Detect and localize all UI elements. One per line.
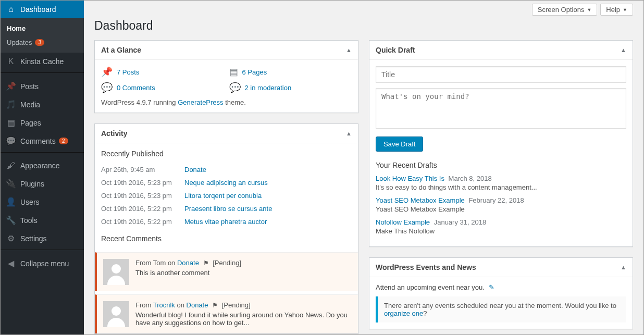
- post-link[interactable]: Metus vitae pharetra auctor: [184, 218, 267, 226]
- sidebar-item-posts[interactable]: 📌 Posts: [1, 77, 84, 95]
- sidebar-item-label: Posts: [20, 82, 39, 91]
- pending-comment[interactable]: From Tom on Donate ⚑ [Pending] This is a…: [95, 252, 358, 291]
- sidebar-item-tools[interactable]: 🔧 Tools: [1, 211, 84, 229]
- save-draft-button[interactable]: Save Draft: [376, 137, 423, 152]
- sidebar-item-comments[interactable]: 💬 Comments 2: [1, 132, 84, 150]
- box-title: WordPress Events and News: [376, 263, 476, 271]
- page-icon: ▤: [6, 118, 16, 128]
- post-link[interactable]: Neque adipiscing an cursus: [184, 179, 268, 187]
- box-title: Activity: [101, 129, 128, 138]
- glance-moderation[interactable]: 💬 2 in moderation: [229, 82, 352, 93]
- post-link[interactable]: Donate: [184, 166, 206, 173]
- sidebar-item-label: Kinsta Cache: [20, 57, 64, 66]
- post-link[interactable]: Litora torqent per conubia: [184, 192, 262, 200]
- avatar: [103, 301, 129, 327]
- sidebar-item-label: Comments: [20, 137, 56, 145]
- sidebar-item-settings[interactable]: ⚙ Settings: [1, 229, 84, 247]
- pin-icon: 📌: [6, 81, 16, 91]
- screen-options-button[interactable]: Screen Options ▼: [532, 4, 598, 16]
- toggle-icon[interactable]: ▲: [346, 47, 352, 53]
- glance-pages[interactable]: ▤ 6 Pages: [229, 66, 352, 78]
- sidebar-item-appearance[interactable]: 🖌 Appearance: [1, 157, 84, 175]
- recent-comments-heading: Recent Comments: [95, 234, 358, 247]
- page-title: Dashboard: [94, 19, 633, 33]
- comment-post-link[interactable]: Donate: [187, 301, 208, 309]
- sidebar-item-plugins[interactable]: 🔌 Plugins: [1, 175, 84, 193]
- organize-link[interactable]: organize one: [384, 309, 423, 317]
- draft-link[interactable]: Yoast SEO Metabox Example: [376, 196, 465, 204]
- sidebar-sub-home[interactable]: Home: [1, 21, 84, 35]
- help-button[interactable]: Help ▼: [600, 4, 633, 16]
- flag-icon: ⚑: [212, 302, 218, 309]
- sidebar-item-label: Media: [20, 101, 40, 109]
- pin-icon: 📌: [101, 66, 113, 78]
- page-icon: ▤: [229, 66, 238, 78]
- pending-comment[interactable]: From Trocrilk on Donate ⚑ [Pending] Wond…: [95, 294, 358, 333]
- updates-badge: 3: [35, 39, 44, 46]
- brush-icon: 🖌: [6, 161, 16, 170]
- sidebar-item-label: Tools: [20, 216, 38, 225]
- toggle-icon[interactable]: ▲: [346, 130, 352, 137]
- toggle-icon[interactable]: ▲: [621, 264, 626, 270]
- chevron-down-icon: ▼: [623, 7, 627, 13]
- recent-drafts-heading: Your Recent Drafts: [376, 161, 626, 169]
- sidebar-item-dashboard[interactable]: ⌂ Dashboard: [1, 1, 84, 18]
- sidebar-item-label: Settings: [20, 234, 47, 243]
- activity-box: Activity ▲ Recently Published Apr 26th, …: [94, 123, 358, 334]
- draft-content-input[interactable]: [376, 88, 626, 129]
- comments-badge: 2: [59, 138, 68, 144]
- recently-published-heading: Recently Published: [101, 150, 352, 158]
- pencil-icon[interactable]: ✎: [489, 283, 494, 291]
- sidebar-item-label: Users: [20, 198, 40, 206]
- flag-icon: ⚑: [203, 259, 209, 267]
- glance-posts[interactable]: 📌 7 Posts: [101, 66, 224, 78]
- draft-title-input[interactable]: [376, 66, 626, 83]
- wrench-icon: 🔧: [6, 215, 16, 225]
- box-title: Quick Draft: [376, 46, 415, 54]
- admin-sidebar: ⌂ Dashboard Home Updates 3 K Kinsta Cach…: [1, 1, 84, 334]
- chevron-down-icon: ▼: [587, 7, 591, 13]
- toggle-icon[interactable]: ▲: [621, 47, 626, 53]
- draft-link[interactable]: Nofollow Example: [376, 218, 430, 226]
- events-empty-note: There aren't any events scheduled near y…: [376, 296, 626, 322]
- sidebar-item-label: Plugins: [20, 180, 44, 188]
- sidebar-item-users[interactable]: 👤 Users: [1, 193, 84, 211]
- glance-version: WordPress 4.9.7 running GeneratePress th…: [101, 98, 352, 106]
- user-icon: 👤: [6, 197, 16, 207]
- quick-draft-box: Quick Draft ▲ Save Draft Your Recent Dra…: [369, 40, 633, 247]
- sidebar-item-label: Appearance: [20, 162, 60, 170]
- sidebar-collapse[interactable]: ◀ Collapse menu: [1, 254, 84, 272]
- sidebar-item-media[interactable]: 🎵 Media: [1, 95, 84, 114]
- comment-icon: 💬: [229, 82, 241, 93]
- comment-body: Wonderful blog! I found it while surfing…: [135, 311, 352, 327]
- sidebar-item-label: Pages: [20, 119, 41, 127]
- comment-icon: 💬: [6, 136, 16, 146]
- theme-link[interactable]: GeneratePress: [178, 98, 223, 106]
- kinsta-icon: K: [6, 57, 16, 66]
- plug-icon: 🔌: [6, 179, 16, 189]
- collapse-icon: ◀: [6, 258, 16, 268]
- post-link[interactable]: Praesent libro se cursus ante: [184, 205, 272, 213]
- sidebar-item-pages[interactable]: ▤ Pages: [1, 114, 84, 132]
- draft-link[interactable]: Look How Easy This Is: [376, 175, 444, 182]
- sidebar-item-label: Collapse menu: [20, 259, 69, 268]
- sidebar-item-kinsta[interactable]: K Kinsta Cache: [1, 53, 84, 70]
- sidebar-item-label: Dashboard: [20, 5, 56, 14]
- media-icon: 🎵: [6, 100, 16, 109]
- comment-body: This is another comment: [135, 269, 241, 277]
- events-box: WordPress Events and News ▲ Attend an up…: [369, 257, 633, 329]
- at-a-glance-box: At a Glance ▲ 📌 7 Posts ▤ 6 Pages: [94, 40, 358, 113]
- box-title: At a Glance: [101, 46, 141, 54]
- sliders-icon: ⚙: [6, 233, 16, 243]
- avatar: [103, 259, 129, 285]
- events-attend-text: Attend an upcoming event near you.: [376, 283, 485, 291]
- glance-comments[interactable]: 💬 0 Comments: [101, 82, 224, 93]
- comment-author-link[interactable]: Trocrilk: [153, 301, 175, 309]
- comment-icon: 💬: [101, 82, 113, 93]
- sidebar-sub-updates[interactable]: Updates 3: [1, 35, 84, 49]
- sidebar-submenu: Home Updates 3: [1, 18, 84, 53]
- comment-post-link[interactable]: Donate: [177, 259, 199, 267]
- dashboard-icon: ⌂: [6, 5, 16, 14]
